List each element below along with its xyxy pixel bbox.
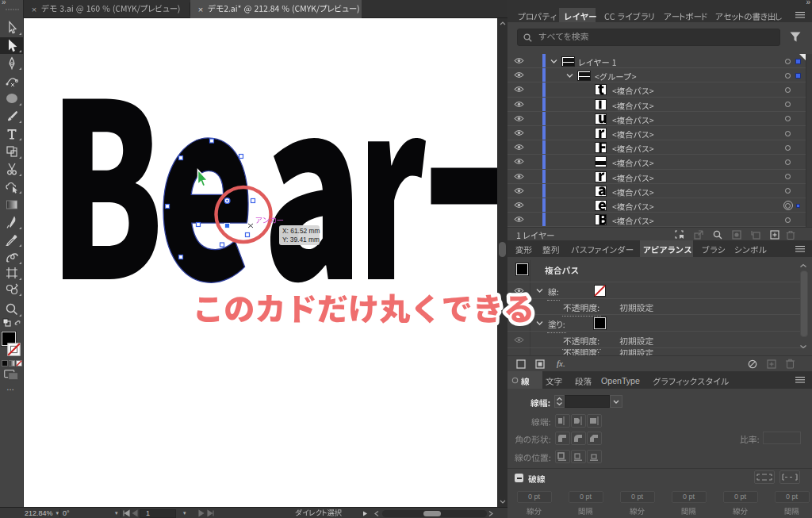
layer-row[interactable]: [508, 170, 806, 184]
panel-tab[interactable]: [733, 244, 768, 258]
selection-tool[interactable]: [0, 20, 23, 36]
panel-tab[interactable]: [652, 375, 730, 389]
status-expand-icon[interactable]: [362, 511, 368, 516]
collapse-toolbar-icon[interactable]: »: [2, 0, 5, 6]
panel-tab[interactable]: [545, 375, 564, 389]
horizontal-scrollbar-track[interactable]: [382, 510, 487, 517]
filter-funnel-icon[interactable]: [790, 32, 801, 42]
layer-row[interactable]: [508, 155, 806, 169]
cap-projecting-button[interactable]: [587, 414, 602, 428]
close-tab-icon[interactable]: ×: [30, 5, 38, 14]
layer-thumbnail[interactable]: [595, 128, 607, 139]
appearance-attr-label[interactable]: [547, 286, 560, 301]
visibility-eye-icon[interactable]: [514, 101, 524, 108]
layer-thumbnail[interactable]: [595, 156, 607, 167]
black-swatch[interactable]: [594, 317, 606, 329]
layer-row[interactable]: [508, 98, 806, 112]
panel-tab[interactable]: [542, 244, 561, 258]
layer-row[interactable]: [508, 184, 806, 198]
layer-row[interactable]: [508, 54, 806, 68]
visibility-eye-icon[interactable]: [514, 201, 524, 209]
layer-row[interactable]: [508, 112, 806, 126]
panel-cycle-icon[interactable]: [511, 377, 519, 384]
corner-bevel-button[interactable]: [587, 432, 602, 445]
blend-tool[interactable]: [0, 281, 23, 297]
add-effect-fx-icon[interactable]: fx.: [557, 359, 565, 368]
export-selection-button[interactable]: [694, 230, 703, 240]
panel-tab[interactable]: [701, 244, 726, 258]
panel-tab[interactable]: OpenType: [601, 376, 640, 386]
layer-thumbnail[interactable]: [595, 99, 607, 110]
shaper-tool[interactable]: [0, 178, 23, 195]
rotate-view-tool[interactable]: [0, 249, 23, 266]
target-circle[interactable]: [785, 102, 791, 107]
appearance-scroll-up[interactable]: [799, 263, 807, 268]
dash-value-field[interactable]: 0 pt: [517, 491, 552, 503]
stroke-color-swatch[interactable]: [7, 343, 21, 357]
scroll-up-arrow[interactable]: [500, 21, 506, 25]
target-circle[interactable]: [785, 131, 791, 136]
dash-align-button[interactable]: [779, 470, 800, 484]
visibility-eye-icon[interactable]: [514, 144, 524, 151]
expand-chevron-icon[interactable]: [566, 73, 573, 79]
layer-row[interactable]: [508, 213, 806, 227]
visibility-eye-icon[interactable]: [514, 86, 524, 93]
rotation-field[interactable]: 0°▾: [63, 508, 120, 517]
cap-round-button[interactable]: [571, 414, 586, 428]
target-circle[interactable]: [785, 217, 791, 223]
duplicate-item-icon[interactable]: [767, 359, 776, 369]
document-tab-demo2[interactable]: ×: [190, 0, 362, 18]
dash-preserve-button[interactable]: [754, 470, 775, 484]
appearance-row-stroke[interactable]: [508, 282, 806, 299]
paintbrush-tool[interactable]: [0, 108, 23, 125]
stroke-weight-dropdown[interactable]: [610, 395, 622, 408]
visibility-eye-icon[interactable]: [514, 158, 524, 165]
align-outside-button[interactable]: [587, 450, 602, 463]
layer-thumbnail[interactable]: [577, 71, 591, 81]
target-circle[interactable]: [785, 116, 791, 121]
collect-for-export-button[interactable]: [675, 230, 684, 240]
visibility-eye-icon[interactable]: [514, 115, 524, 122]
expand-chevron-icon[interactable]: [536, 320, 543, 326]
ellipse-tool[interactable]: [0, 90, 23, 107]
direct-selection-tool[interactable]: [0, 37, 23, 54]
swap-fill-stroke-icon[interactable]: [2, 318, 21, 328]
cap-butt-button[interactable]: [555, 414, 570, 428]
black-swatch[interactable]: [516, 263, 528, 275]
layer-row[interactable]: [508, 126, 806, 140]
layer-thumbnail[interactable]: [595, 171, 607, 182]
artboard-number-field[interactable]: 1: [140, 509, 176, 518]
panel-tab[interactable]: [642, 244, 693, 258]
layers-search-field[interactable]: [517, 29, 780, 46]
appearance-row-stroke-opacity[interactable]: [508, 299, 806, 315]
layer-thumbnail[interactable]: [561, 56, 575, 67]
canvas-artboard[interactable]: [24, 18, 497, 507]
expand-chevron-icon[interactable]: [550, 59, 557, 64]
appearance-scrollbar-thumb[interactable]: [800, 271, 808, 337]
new-layer-button[interactable]: [770, 230, 779, 240]
dash-value-field[interactable]: 0 pt: [672, 491, 707, 503]
new-sublayer-button[interactable]: [751, 230, 760, 240]
visibility-eye-icon[interactable]: [514, 173, 524, 180]
collapse-panels-icon[interactable]: »: [806, 0, 809, 6]
opacity-label[interactable]: [562, 347, 601, 356]
delete-layer-button[interactable]: [786, 230, 795, 240]
appearance-panel-menu-icon[interactable]: [795, 245, 806, 253]
locate-object-button[interactable]: [713, 230, 722, 240]
hscroll-right-arrow[interactable]: [488, 511, 493, 516]
close-tab-icon[interactable]: ×: [197, 5, 205, 14]
layer-thumbnail[interactable]: [595, 84, 607, 95]
align-inside-button[interactable]: [571, 450, 586, 463]
visibility-eye-icon[interactable]: [514, 71, 524, 79]
target-circle[interactable]: [785, 145, 791, 151]
visibility-eye-icon[interactable]: [514, 216, 524, 223]
stroke-weight-input[interactable]: [565, 395, 610, 408]
corner-miter-button[interactable]: [555, 432, 570, 445]
visibility-eye-icon[interactable]: [514, 336, 524, 343]
zoom-level[interactable]: 212.84%▾: [25, 508, 59, 517]
appearance-row-partial[interactable]: [508, 348, 806, 355]
layer-thumbnail[interactable]: [595, 142, 607, 153]
panel-tab[interactable]: [515, 244, 534, 258]
target-circle[interactable]: [785, 87, 791, 93]
color-mode-icons[interactable]: [2, 360, 22, 367]
